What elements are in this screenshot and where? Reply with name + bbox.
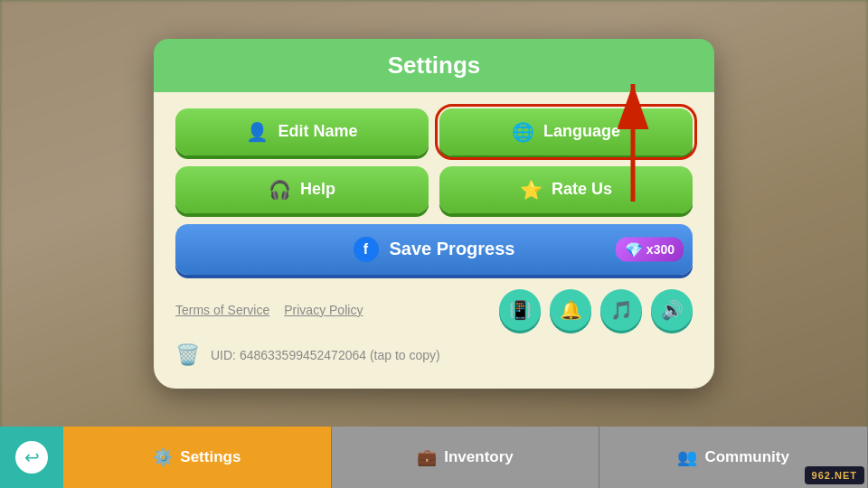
headphone-icon: 🎧	[269, 179, 291, 201]
facebook-icon: f	[354, 237, 379, 262]
tab-inventory[interactable]: 💼 Inventory	[332, 427, 600, 488]
bell-icon: 🔔	[560, 299, 582, 321]
uid-row: 🗑️ UID: 648633599452472064 (tap to copy)	[175, 343, 693, 367]
notification-button[interactable]: 🔔	[550, 289, 591, 331]
back-arrow-icon: ↩	[15, 441, 48, 474]
edit-name-button[interactable]: 👤 Edit Name	[175, 108, 429, 155]
sound-button[interactable]: 🔊	[651, 289, 693, 331]
nav-tabs: ⚙️ Settings 💼 Inventory 👥 Community	[63, 427, 868, 488]
star-icon: ⭐	[520, 179, 542, 201]
btn-row-2: 🎧 Help ⭐ Rate Us	[175, 166, 693, 213]
music-button[interactable]: 🎵	[600, 289, 642, 331]
settings-icon: ⚙️	[153, 447, 173, 467]
watermark: 962.NET	[805, 466, 864, 484]
terms-link[interactable]: Terms of Service	[175, 303, 269, 317]
save-progress-button[interactable]: f Save Progress 💎 x300	[175, 224, 693, 275]
community-icon: 👥	[677, 447, 697, 467]
btn-row-1: 👤 Edit Name 🌐 Language	[175, 108, 693, 155]
language-button[interactable]: 🌐 Language	[439, 108, 693, 155]
settings-modal: Settings 👤 Edit Name 🌐 Language 🎧 Help ⭐…	[154, 39, 714, 389]
person-icon: 👤	[246, 121, 269, 143]
privacy-link[interactable]: Privacy Policy	[284, 303, 363, 317]
tab-settings[interactable]: ⚙️ Settings	[63, 427, 332, 488]
trash-icon[interactable]: 🗑️	[175, 343, 200, 367]
back-button[interactable]: ↩	[0, 427, 63, 488]
reward-badge: 💎 x300	[616, 237, 684, 261]
vibration-button[interactable]: 📳	[499, 289, 541, 331]
globe-icon: 🌐	[512, 121, 534, 143]
inventory-icon: 💼	[417, 447, 437, 467]
rate-us-button[interactable]: ⭐ Rate Us	[439, 166, 693, 213]
icon-buttons: 📳 🔔 🎵 🔊	[499, 289, 693, 331]
sound-icon: 🔊	[661, 299, 684, 321]
bottom-nav: ↩ ⚙️ Settings 💼 Inventory 👥 Community	[0, 427, 868, 488]
modal-title: Settings	[154, 39, 714, 92]
help-button[interactable]: 🎧 Help	[175, 166, 429, 213]
uid-text[interactable]: UID: 648633599452472064 (tap to copy)	[211, 348, 440, 362]
music-icon: 🎵	[610, 299, 633, 321]
gem-icon: 💎	[625, 240, 643, 258]
modal-overlay: Settings 👤 Edit Name 🌐 Language 🎧 Help ⭐…	[0, 0, 868, 427]
links-row: Terms of Service Privacy Policy 📳 🔔 🎵 🔊	[175, 289, 693, 331]
vibration-icon: 📳	[509, 299, 532, 321]
